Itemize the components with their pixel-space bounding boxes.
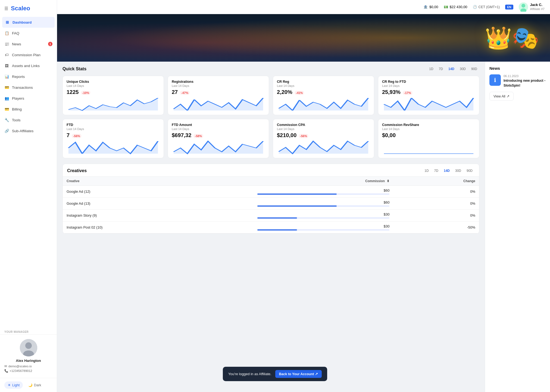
stat-label: CR Reg to FTD [382,80,475,84]
mini-chart [382,97,475,111]
stat-value-row: $0,00 [382,132,475,138]
sidebar-item-sub-affiliates[interactable]: 🔗 Sub-Affiliates [0,125,57,136]
sidebar-item-tools[interactable]: 🔧 Tools [0,115,57,125]
filter-14d[interactable]: 14D [446,66,457,72]
mini-chart [172,97,265,111]
table-row[interactable]: Google Ad (12) $60 0% [63,186,479,198]
toast-back-button[interactable]: Back to Your Account ↗ [275,370,322,378]
faq-icon: 📋 [4,31,9,36]
stat-change: -56% [299,134,308,138]
commission-plan-icon: 🏷 [4,52,9,57]
table-row[interactable]: Google Ad (13) $60 0% [63,198,479,210]
sidebar-item-news[interactable]: 📰 News 1 [0,39,57,49]
creative-commission: $30 [254,210,393,222]
stat-label: CR Reg [277,80,370,84]
filter-7d[interactable]: 7D [437,66,445,72]
news-item-date: 06.11.2023 [504,74,546,78]
user-profile[interactable]: Jack C. Affiliate #7 [519,2,545,12]
sidebar-item-dashboard[interactable]: ⊞ Dashboard [2,17,55,28]
dashboard-body: Quick Stats 1D 7D 14D 30D 90D Unique Cli… [57,62,550,392]
mini-chart [382,141,475,154]
news-item-content: 06.11.2023 Introducing new product - Slo… [504,74,546,88]
nav-badge: 1 [48,42,52,46]
creative-name: Google Ad (12) [63,186,254,198]
sidebar-item-label: Assets and Links [12,64,40,68]
view-all-button[interactable]: View All ↗ [489,92,514,101]
stat-value-row: 27 -47% [172,89,265,95]
stat-period: Last 14 Days [172,84,265,87]
stat-value-row: 1225 -10% [67,89,160,95]
stat-period: Last 14 Days [172,127,265,131]
sidebar-item-label: Transactions [12,86,33,90]
assets-links-icon: 🖼 [4,63,9,68]
manager-phone: 📞 +123456789012 [4,369,52,373]
clock-icon: 🕐 [473,5,477,9]
stat-value: $697,32 [172,132,191,138]
stat-change: -17% [403,91,412,95]
sidebar-item-faq[interactable]: 📋 FAQ [0,28,57,39]
sidebar-item-label: Sub-Affiliates [12,129,33,133]
sidebar-item-assets-links[interactable]: 🖼 Assets and Links [0,60,57,71]
hero-banner: 👑🎭 [57,14,550,62]
svg-point-1 [25,342,32,349]
stat-card-5: FTD Amount Last 14 Days $697,32 -58% [168,119,269,158]
sidebar-item-players[interactable]: 👥 Players [0,93,57,104]
creative-name: Google Ad (13) [63,198,254,210]
sort-icon[interactable]: ⬍ [387,179,389,183]
sidebar-item-label: Players [12,96,24,100]
stat-card-7: Commission RevShare Last 14 Days $0,00 [378,119,479,158]
phone-icon: 📞 [4,369,8,373]
moon-icon: 🌙 [28,383,33,387]
table-row[interactable]: Instagram Post 02 (10) $30 -50% [63,222,479,233]
creative-commission: $30 [254,222,393,233]
sidebar-logo: ☰ Scaleo [0,0,57,17]
news-sidebar: News ℹ 06.11.2023 Introducing new produc… [485,62,550,392]
manager-section: Alex Harington ✉ demo@scaleo.io 📞 +12345… [0,334,57,378]
sidebar-item-label: Billing [12,107,22,111]
sidebar-item-commission-plan[interactable]: 🏷 Commission Plan [0,49,57,60]
sidebar-item-reports[interactable]: 📊 Reports [0,71,57,82]
toast-message: You're logged in as Affiliate. [228,372,271,376]
news-item-text: Introducing new product - SlotsSpin! [504,78,546,88]
mini-chart [67,97,160,111]
manager-name: Alex Harington [4,359,52,363]
hamburger-icon[interactable]: ☰ [4,6,8,11]
language-selector[interactable]: EN [505,5,513,10]
stat-card-2: CR Reg Last 14 Days 2,20% -41% [273,76,374,115]
tools-icon: 🔧 [4,118,9,122]
stat-period: Last 14 Days [382,84,475,87]
sidebar-item-transactions[interactable]: 💳 Transactions [0,82,57,93]
sidebar: ☰ Scaleo ⊞ Dashboard 📋 FAQ 📰 News 1 🏷 Co… [0,0,57,392]
stat-period: Last 14 Days [67,84,160,87]
progress-fill [257,229,297,230]
creative-change: -50% [393,222,479,233]
progress-bar [257,217,389,219]
billing-icon: 💳 [4,107,9,112]
creative-filter-14d[interactable]: 14D [442,168,452,174]
balance1-icon: 🏦 [423,5,428,9]
sun-icon: ☀ [8,383,11,387]
light-theme-button[interactable]: ☀ Light [4,381,23,389]
sidebar-item-billing[interactable]: 💳 Billing [0,104,57,115]
progress-fill [257,217,297,219]
stat-value-row: 25,93% -17% [382,89,475,95]
manager-avatar [20,339,37,356]
table-row[interactable]: Instagram Story (9) $30 0% [63,210,479,222]
filter-30d[interactable]: 30D [458,66,468,72]
stat-value-row: $210,00 -56% [277,132,370,138]
theme-toggle: ☀ Light 🌙 Dark [0,378,57,392]
creative-filter-1d[interactable]: 1D [422,168,431,174]
creative-filter-30d[interactable]: 30D [453,168,463,174]
hero-character: 👑🎭 [485,25,539,51]
svg-point-4 [521,4,525,8]
timezone-display: 🕐 CET (GMT+1) [473,5,500,9]
creative-filter-90d[interactable]: 90D [464,168,475,174]
filter-1d[interactable]: 1D [427,66,435,72]
stat-value-row: $697,32 -58% [172,132,265,138]
creative-commission: $60 [254,198,393,210]
creative-filter-7d[interactable]: 7D [432,168,440,174]
stat-value: 25,93% [382,89,401,95]
dark-theme-button[interactable]: 🌙 Dark [25,381,44,389]
stat-change: -41% [295,91,304,95]
filter-90d[interactable]: 90D [469,66,479,72]
